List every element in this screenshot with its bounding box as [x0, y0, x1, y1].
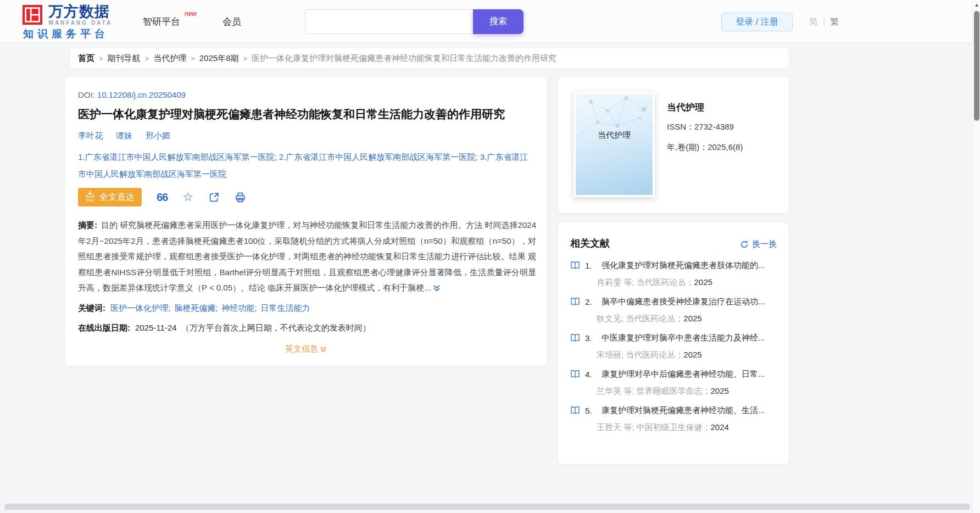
related-item-title[interactable]: 康复护理对脑梗死偏瘫患者神经功能、生活...: [602, 405, 778, 416]
related-item-number: 3.: [585, 333, 597, 343]
journal-issn: ISSN：2732-4389: [667, 122, 734, 132]
keyword-link[interactable]: 脑梗死偏瘫;: [174, 303, 218, 313]
brand-name: 万方数据: [48, 4, 112, 19]
fulltext-button-label: 全文直达: [99, 192, 135, 203]
journal-name[interactable]: 当代护理: [667, 101, 704, 114]
related-item-title[interactable]: 强化康复护理对脑梗死偏瘫患者肢体功能的...: [602, 260, 778, 271]
book-icon: [570, 333, 580, 342]
download-free-icon: free: [85, 190, 95, 204]
journal-cover[interactable]: 当代护理: [573, 92, 655, 197]
brand-name-en: WANFANG DATA: [48, 20, 112, 26]
related-item-authors: 肖莉雯 等; 当代医药论丛；: [597, 277, 694, 287]
language-toggle: 简|繁: [809, 16, 839, 28]
abstract: 摘要:目的 研究脑梗死偏瘫患者采用医护一体化康复护理，对与神经功能恢复和日常生活…: [78, 218, 536, 296]
keywords-label: 关键词:: [78, 303, 105, 313]
cover-network-decoration: [576, 94, 653, 149]
favorite-star-icon[interactable]: ☆: [182, 191, 193, 203]
doi-link[interactable]: 10.12208/j.cn.20250409: [97, 90, 186, 99]
expand-abstract-icon[interactable]: [433, 284, 441, 292]
keyword-link[interactable]: 神经功能;: [221, 303, 257, 313]
related-item-year: 2024: [711, 422, 729, 432]
breadcrumb-link[interactable]: 期刊导航: [108, 53, 141, 64]
nav-item-research-platform[interactable]: 智研平台 new: [143, 15, 180, 28]
related-item-authors: 兰华英 等; 世界睡眠医学杂志；: [597, 386, 711, 395]
breadcrumb-separator: >: [145, 54, 149, 63]
book-icon: [570, 406, 580, 415]
related-item-meta: 王胜天 等; 中国初级卫生保健；2024: [597, 422, 778, 433]
scrollbar-up-arrow[interactable]: ▲: [973, 2, 980, 8]
login-register-button[interactable]: 登录 / 注册: [721, 13, 793, 31]
breadcrumb-separator: >: [99, 54, 103, 63]
lang-traditional[interactable]: 繁: [830, 17, 839, 26]
related-item-meta: 狄文见; 当代医药论丛；2025: [597, 314, 778, 324]
author-link[interactable]: 谭妹: [116, 131, 132, 141]
related-item-year: 2025: [683, 314, 701, 323]
journal-card: 当代护理 当代护理 ISSN：2732-4389 年,卷(期)：2025,6(8…: [558, 77, 789, 213]
journal-cover-title: 当代护理: [576, 130, 653, 141]
breadcrumb-link[interactable]: 2025年8期: [199, 53, 239, 64]
related-item: 3. 中医康复护理对脑卒中患者生活能力及神经... 宋培丽; 当代医药论丛；20…: [570, 332, 778, 369]
related-item-title[interactable]: 脑卒中偏瘫患者接受神经康复治疗在运动功...: [602, 297, 778, 307]
fulltext-button[interactable]: free 全文直达: [78, 188, 142, 207]
cite-icon[interactable]: 66: [157, 191, 168, 204]
refresh-icon: [740, 240, 749, 249]
nav-item-member[interactable]: 会员: [222, 15, 241, 28]
related-item: 2. 脑卒中偏瘫患者接受神经康复治疗在运动功... 狄文见; 当代医药论丛；20…: [570, 296, 778, 332]
related-item-authors: 宋培丽; 当代医药论丛；: [597, 350, 683, 359]
breadcrumb-home[interactable]: 首页: [78, 53, 94, 64]
search-input[interactable]: [305, 9, 473, 34]
scrollbar-thumb[interactable]: [974, 11, 979, 121]
print-icon[interactable]: [235, 192, 246, 203]
related-item-title[interactable]: 康复护理对卒中后偏瘫患者神经功能、日常...: [602, 369, 778, 380]
book-icon: [570, 261, 580, 270]
keyword-link[interactable]: 医护一体化护理;: [110, 303, 170, 313]
keyword-link[interactable]: 日常生活能力: [261, 303, 310, 313]
related-item-number: 2.: [585, 297, 597, 306]
search-bar: 搜索: [305, 9, 524, 34]
abstract-text: 目的 研究脑梗死偏瘫患者采用医护一体化康复护理，对与神经功能恢复和日常生活能力改…: [78, 220, 536, 292]
abstract-label: 摘要:: [78, 220, 97, 230]
related-item-meta: 宋培丽; 当代医药论丛；2025: [597, 350, 778, 360]
horizontal-scrollbar[interactable]: [4, 504, 970, 510]
vertical-scrollbar[interactable]: ▲: [972, 0, 980, 513]
affiliations[interactable]: 1.广东省湛江市中国人民解放军南部战区海军第一医院; 2.广东省湛江市中国人民解…: [78, 148, 536, 182]
related-item: 5. 康复护理对脑梗死偏瘫患者神经功能、生活... 王胜天 等; 中国初级卫生保…: [570, 405, 778, 441]
related-item: 4. 康复护理对卒中后偏瘫患者神经功能、日常... 兰华英 等; 世界睡眠医学杂…: [570, 369, 778, 405]
related-item-year: 2025: [711, 386, 729, 395]
lang-simplified[interactable]: 简: [809, 17, 818, 26]
book-icon: [570, 297, 580, 306]
share-icon[interactable]: [208, 192, 220, 203]
author-link[interactable]: 邢小媚: [146, 131, 170, 141]
action-bar: free 全文直达 66 ☆: [78, 188, 246, 207]
related-item-year: 2025: [683, 350, 701, 359]
breadcrumb-current: 医护一体化康复护理对脑梗死偏瘫患者神经功能恢复和日常生活能力改善的作用研究: [252, 53, 556, 64]
related-item-meta: 兰华英 等; 世界睡眠医学杂志；2025: [597, 386, 778, 397]
article-title: 医护一体化康复护理对脑梗死偏瘫患者神经功能恢复和日常生活能力改善的作用研究: [78, 107, 505, 122]
brand-tagline: 知识服务平台: [23, 27, 109, 41]
publish-date-label: 在线出版日期:: [78, 323, 130, 332]
top-header: 万方数据 WANFANG DATA 知识服务平台 智研平台 new 会员 搜索 …: [0, 0, 980, 43]
lang-divider: |: [823, 17, 825, 26]
related-item-number: 1.: [585, 261, 597, 270]
breadcrumb-link[interactable]: 当代护理: [153, 53, 186, 64]
author-link[interactable]: 李叶花: [78, 131, 103, 141]
breadcrumb-separator: >: [191, 54, 195, 63]
chevron-down-icon: [320, 345, 327, 353]
wanfang-logo[interactable]: 万方数据 WANFANG DATA: [22, 4, 112, 26]
breadcrumb: 首页 > 期刊导航 > 当代护理 > 2025年8期 > 医护一体化康复护理对脑…: [70, 48, 789, 69]
publish-date-note: （万方平台首次上网日期，不代表论文的发表时间）: [181, 323, 371, 332]
new-badge: new: [185, 10, 197, 18]
publish-date-line: 在线出版日期:2025-11-24（万方平台首次上网日期，不代表论文的发表时间）: [78, 323, 371, 333]
related-item-title[interactable]: 中医康复护理对脑卒中患者生活能力及神经...: [602, 333, 778, 343]
english-info-toggle[interactable]: 英文信息: [65, 344, 547, 354]
related-list: 1. 强化康复护理对脑梗死偏瘫患者肢体功能的... 肖莉雯 等; 当代医药论丛；…: [570, 260, 778, 441]
keywords-line: 关键词:医护一体化护理;脑梗死偏瘫;神经功能;日常生活能力: [78, 303, 314, 314]
journal-volume: 年,卷(期)：2025,6(8): [667, 142, 743, 153]
publish-date: 2025-11-24: [135, 323, 177, 332]
related-item: 1. 强化康复护理对脑梗死偏瘫患者肢体功能的... 肖莉雯 等; 当代医药论丛；…: [570, 260, 778, 296]
refresh-related-button[interactable]: 换一换: [740, 239, 777, 249]
related-item-meta: 肖莉雯 等; 当代医药论丛；2025: [597, 277, 778, 288]
related-item-year: 2025: [694, 277, 712, 287]
search-button[interactable]: 搜索: [473, 9, 524, 34]
doi-line: DOI:10.12208/j.cn.20250409: [78, 90, 186, 99]
